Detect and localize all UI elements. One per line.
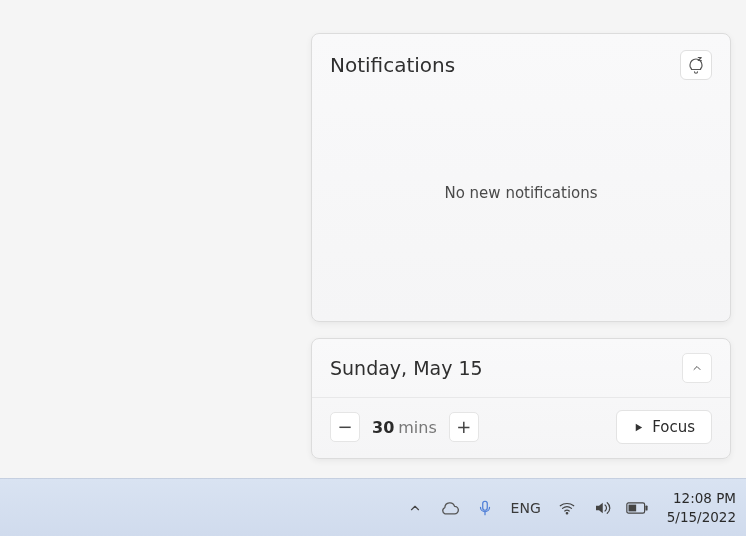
volume-button[interactable] [591, 497, 613, 519]
tray-overflow-button[interactable] [404, 497, 426, 519]
clock-button[interactable]: 12:08 PM 5/15/2022 [667, 489, 736, 525]
bell-snooze-icon [687, 56, 705, 74]
wifi-icon [558, 499, 576, 517]
focus-duration-value: 30 [372, 418, 394, 437]
plus-icon: + [456, 418, 471, 436]
battery-button[interactable] [626, 497, 648, 519]
focus-duration: 30mins [372, 418, 437, 437]
taskbar: ENG [0, 478, 746, 536]
focus-button-label: Focus [652, 418, 695, 436]
minus-icon: − [337, 418, 352, 436]
svg-rect-1 [482, 501, 487, 510]
calendar-date-label: Sunday, May 15 [330, 357, 483, 379]
svg-marker-0 [636, 423, 642, 430]
notifications-title: Notifications [330, 53, 455, 77]
focus-row: − 30mins + Focus [312, 398, 730, 458]
focus-increase-button[interactable]: + [449, 412, 479, 442]
calendar-header: Sunday, May 15 [312, 339, 730, 398]
speaker-icon [593, 499, 611, 517]
play-icon [633, 422, 644, 433]
calendar-collapse-button[interactable] [682, 353, 712, 383]
chevron-up-icon [408, 501, 422, 515]
svg-rect-6 [645, 505, 647, 510]
do-not-disturb-button[interactable] [680, 50, 712, 80]
wifi-button[interactable] [556, 497, 578, 519]
clock-date: 5/15/2022 [667, 508, 736, 526]
notifications-empty-text: No new notifications [444, 184, 597, 202]
notifications-empty-state: No new notifications [330, 80, 712, 305]
clock-time: 12:08 PM [673, 489, 736, 507]
chevron-up-icon [691, 362, 703, 374]
calendar-panel: Sunday, May 15 − 30mins + Focus [311, 338, 731, 459]
notifications-header: Notifications [330, 50, 712, 80]
svg-rect-7 [628, 504, 636, 511]
cloud-icon [440, 498, 460, 518]
focus-button[interactable]: Focus [616, 410, 712, 444]
battery-icon [626, 501, 648, 515]
weather-button[interactable] [439, 497, 461, 519]
focus-decrease-button[interactable]: − [330, 412, 360, 442]
focus-duration-unit: mins [398, 418, 437, 437]
notifications-panel: Notifications No new notifications [311, 33, 731, 322]
microphone-icon [476, 499, 494, 517]
svg-marker-4 [596, 502, 603, 513]
language-indicator[interactable]: ENG [509, 500, 543, 516]
svg-point-3 [566, 512, 568, 514]
system-tray: ENG [404, 489, 736, 525]
microphone-button[interactable] [474, 497, 496, 519]
